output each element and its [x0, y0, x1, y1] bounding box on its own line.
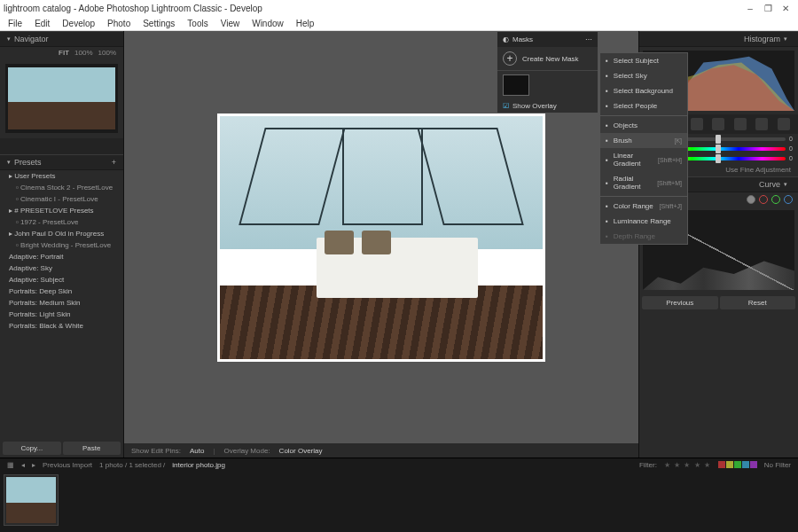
mask-tool-linear[interactable]: ▪Linear Gradient[Shift+H]	[600, 148, 687, 171]
mask-tool-color[interactable]: ▪Color Range[Shift+J]	[600, 199, 687, 214]
add-preset-icon[interactable]: +	[112, 158, 116, 167]
slider-value: 0	[789, 145, 793, 152]
preset-group[interactable]: ▸ User Presets	[0, 170, 123, 182]
overlay-mode[interactable]: Color Overlay	[279, 447, 323, 455]
preset-group[interactable]: ▸ John Paul D Old in Progress	[0, 228, 123, 239]
mask-tool-label: Select Background	[614, 87, 673, 95]
mask-tool-label: Objects	[614, 121, 638, 129]
preset-group[interactable]: Adaptive: Sky	[0, 262, 123, 274]
file-name: interior photo.jpg	[172, 461, 225, 469]
zoom-fit[interactable]: FIT	[59, 49, 69, 57]
mask-tool-person[interactable]: ▪Select Subject	[600, 53, 687, 68]
zoom-100a[interactable]: 100%	[74, 49, 92, 57]
mask-tool-label: Brush	[614, 137, 632, 145]
histogram-header[interactable]: Histogram ▾	[639, 31, 798, 47]
linear-icon: ▪	[606, 156, 608, 164]
reset-button[interactable]: Reset	[720, 296, 796, 309]
menu-window[interactable]: Window	[246, 19, 290, 28]
preset-item[interactable]: ▫ 1972 - PresetLove	[0, 216, 123, 228]
menu-file[interactable]: File	[2, 19, 28, 28]
menu-view[interactable]: View	[215, 19, 246, 28]
mask-tool-depth: ▪Depth Range	[600, 229, 687, 244]
navigator-thumbnail[interactable]	[5, 64, 118, 133]
preset-group[interactable]: Portraits: Light Skin	[0, 309, 123, 320]
masks-menu-icon[interactable]: ⋯	[585, 35, 592, 43]
mask-tool-obj[interactable]: ▪Objects	[600, 118, 687, 133]
mask-tool-lum[interactable]: ▪Luminance Range	[600, 214, 687, 229]
close-button[interactable]: ✕	[777, 4, 794, 13]
curve-blue-icon[interactable]	[784, 195, 793, 204]
mask-tools-flyout: ▪Select Subject▪Select Sky▪Select Backgr…	[599, 52, 688, 245]
photo-count: 1 photo / 1 selected /	[99, 461, 165, 469]
canvas-area: Show Edit Pins: Auto | Overlay Mode: Col…	[124, 31, 638, 458]
rating-filter[interactable]: ★ ★ ★ ★ ★	[664, 461, 711, 469]
menu-help[interactable]: Help	[290, 19, 321, 28]
preset-group[interactable]: Portraits: Deep Skin	[0, 286, 123, 297]
color-labels[interactable]	[718, 461, 757, 468]
maximize-button[interactable]: ❐	[759, 4, 777, 13]
create-mask-button[interactable]: + Create New Mask	[497, 47, 598, 71]
mask-thumbnail[interactable]	[503, 74, 529, 96]
masks-header[interactable]: ◐ Masks ⋯	[497, 32, 598, 47]
menu-tools[interactable]: Tools	[181, 19, 214, 28]
brush-tool-icon[interactable]	[778, 118, 790, 130]
menu-edit[interactable]: Edit	[28, 19, 56, 28]
shortcut-label: [Shift+H]	[658, 157, 682, 163]
navigator-header[interactable]: ▾ Navigator	[0, 31, 123, 47]
develop-toolbar: Show Edit Pins: Auto | Overlay Mode: Col…	[124, 443, 638, 458]
mask-tool-icon[interactable]	[712, 118, 724, 130]
zoom-100b[interactable]: 100%	[98, 49, 116, 57]
main-photo[interactable]	[217, 113, 545, 362]
show-overlay-toggle[interactable]: ☑ Show Overlay	[497, 99, 598, 113]
obj-icon: ▪	[606, 121, 608, 129]
menu-develop[interactable]: Develop	[56, 19, 101, 28]
mask-tool-bg[interactable]: ▪Select Background	[600, 83, 687, 98]
slider-value: 0	[789, 155, 793, 161]
left-panel: ▾ Navigator FIT 100% 100% ▾ Presets + ▸ …	[0, 31, 124, 458]
curve-red-icon[interactable]	[759, 195, 768, 204]
preset-item[interactable]: ▫ Cinema Stock 2 - PresetLove	[0, 182, 123, 193]
grid-icon[interactable]: ▦	[7, 461, 14, 469]
mask-tool-radial[interactable]: ▪Radial Gradient[Shift+M]	[600, 171, 687, 194]
menu-settings[interactable]: Settings	[137, 19, 181, 28]
menu-photo[interactable]: Photo	[101, 19, 137, 28]
preset-item[interactable]: ▫ Cinematic I - PresetLove	[0, 193, 123, 205]
filter-preset[interactable]: No Filter	[764, 461, 791, 469]
mask-tool-label: Color Range	[614, 202, 653, 210]
redeye-tool-icon[interactable]	[691, 118, 703, 130]
fine-adjust-toggle[interactable]: Use Fine Adjustment	[725, 166, 791, 174]
curve-label: Curve	[759, 180, 780, 189]
presets-header[interactable]: ▾ Presets +	[0, 154, 123, 170]
curve-green-icon[interactable]	[771, 195, 780, 204]
nav-back-icon[interactable]: ◂	[21, 461, 25, 469]
filter-label: Filter:	[639, 461, 657, 469]
preset-group[interactable]: Adaptive: Portrait	[0, 251, 123, 262]
preset-group[interactable]: ▸ # PRESETLOVE Presets	[0, 205, 123, 216]
curve-rgb-icon[interactable]	[747, 195, 755, 204]
preset-group[interactable]: Portraits: Medium Skin	[0, 297, 123, 309]
mask-tool-sky[interactable]: ▪Select Sky	[600, 68, 687, 83]
source-label[interactable]: Previous Import	[43, 461, 92, 469]
filmstrip-thumb[interactable]	[4, 474, 59, 526]
titlebar: lightroom catalog - Adobe Photoshop Ligh…	[0, 0, 798, 16]
previous-button[interactable]: Previous	[642, 296, 718, 309]
collapse-icon: ▾	[7, 35, 11, 43]
preset-group[interactable]: Adaptive: Subject	[0, 274, 123, 286]
preset-group[interactable]: Portraits: Black & White	[0, 320, 123, 332]
preset-item[interactable]: ▫ Bright Wedding - PresetLove	[0, 239, 123, 251]
create-mask-label: Create New Mask	[522, 55, 579, 63]
gradient-tool-icon[interactable]	[734, 118, 747, 130]
mask-tool-label: Select Sky	[614, 72, 647, 80]
copy-button[interactable]: Copy...	[3, 442, 61, 455]
depth-icon: ▪	[606, 232, 608, 240]
mask-tool-brush[interactable]: ▪Brush[K]	[600, 133, 687, 148]
menubar: File Edit Develop Photo Settings Tools V…	[0, 16, 798, 31]
paste-button[interactable]: Paste	[63, 442, 121, 455]
minimize-button[interactable]: –	[741, 4, 759, 13]
show-pins-mode[interactable]: Auto	[190, 447, 204, 455]
mask-tool-people[interactable]: ▪Select People	[600, 98, 687, 113]
radial-tool-icon[interactable]	[755, 118, 768, 130]
nav-fwd-icon[interactable]: ▸	[32, 461, 35, 469]
masks-panel: ◐ Masks ⋯ + Create New Mask ☑ Show Overl…	[497, 31, 598, 113]
person-icon: ▪	[606, 57, 608, 65]
